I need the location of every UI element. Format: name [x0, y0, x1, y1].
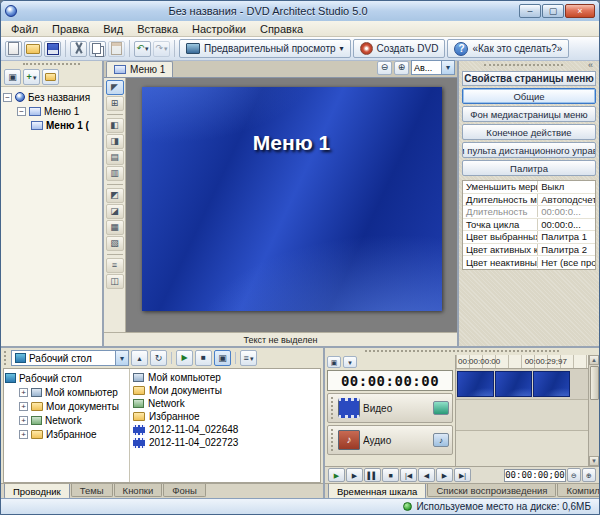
- folder-item-desktop[interactable]: Рабочий стол: [5, 371, 128, 385]
- property-value[interactable]: Нет (все проз...: [538, 257, 595, 268]
- property-row[interactable]: Точка цикла 00:00:0...: [463, 219, 595, 232]
- go-to-start-button[interactable]: |◀: [400, 468, 417, 482]
- property-row[interactable]: Длительность меню Автоподсчет: [463, 194, 595, 207]
- save-project-button[interactable]: [44, 41, 61, 57]
- property-row[interactable]: Цвет выбранных к... Палитра 1: [463, 231, 595, 244]
- expand-icon[interactable]: +: [19, 416, 28, 425]
- property-row[interactable]: Уменьшить мерцан... Выкл: [463, 181, 595, 194]
- folder-item-documents[interactable]: + Мои документы: [5, 399, 128, 413]
- play-button[interactable]: ▶: [346, 468, 363, 482]
- tab-timeline[interactable]: Временная шкала: [328, 484, 426, 499]
- video-clip-thumbnail[interactable]: [457, 371, 494, 397]
- tree-item-project[interactable]: − Без названия: [3, 90, 100, 104]
- refresh-button[interactable]: ↻: [150, 350, 167, 366]
- spacing-tool-button[interactable]: ≡: [106, 258, 124, 273]
- list-item[interactable]: 2012-11-04_022648: [131, 423, 319, 436]
- align-top-button[interactable]: ▤: [106, 150, 124, 165]
- align-left-button[interactable]: ◧: [106, 118, 124, 133]
- stop-button[interactable]: ■: [382, 468, 399, 482]
- next-frame-button[interactable]: ▶: [436, 468, 453, 482]
- start-preview-button[interactable]: ▶: [176, 350, 193, 366]
- panel-grip[interactable]: [484, 64, 563, 69]
- timeline-zoom-out-button[interactable]: ⊖: [567, 468, 581, 482]
- list-item[interactable]: Мой компьютер: [131, 371, 319, 384]
- redo-button[interactable]: ↷▾: [153, 41, 170, 57]
- expand-icon[interactable]: +: [19, 402, 28, 411]
- video-track-header[interactable]: Видео: [327, 393, 453, 423]
- expand-icon[interactable]: +: [19, 388, 28, 397]
- tab-explorer[interactable]: Проводник: [4, 484, 70, 499]
- maximize-button[interactable]: ▢: [542, 4, 564, 18]
- align-right-button[interactable]: ◨: [106, 134, 124, 149]
- list-item[interactable]: 2012-11-04_022723: [131, 436, 319, 449]
- property-row[interactable]: Цвет активных кн... Палитра 2: [463, 244, 595, 257]
- preview-button[interactable]: Предварительный просмотр ▾: [179, 39, 351, 58]
- property-value[interactable]: Палитра 1: [538, 231, 595, 242]
- scrollbar-thumb[interactable]: [590, 366, 599, 400]
- same-width-button[interactable]: ▦: [106, 220, 124, 235]
- chevron-down-icon[interactable]: ▾: [115, 351, 128, 365]
- video-clip-thumbnail[interactable]: [495, 371, 532, 397]
- how-to-button[interactable]: ? «Как это сделать?»: [447, 39, 569, 58]
- timeline-dock-button[interactable]: ▣: [327, 356, 341, 368]
- chevron-down-icon[interactable]: ▾: [441, 61, 454, 74]
- collapse-icon[interactable]: −: [17, 107, 26, 116]
- folder-item-computer[interactable]: + Мой компьютер: [5, 385, 128, 399]
- video-track-lane[interactable]: [456, 369, 588, 400]
- property-value[interactable]: 00:00:0...: [538, 206, 595, 217]
- property-value[interactable]: Автоподсчет: [538, 194, 595, 205]
- timeline-vertical-scrollbar[interactable]: ▲ ▼: [588, 355, 599, 466]
- audio-speaker-button[interactable]: ♪: [433, 433, 449, 447]
- dock-button[interactable]: ▣: [4, 69, 21, 85]
- align-bottom-button[interactable]: ▥: [106, 166, 124, 181]
- new-project-button[interactable]: [5, 41, 22, 57]
- property-row[interactable]: Длительность 00:00:0...: [463, 206, 595, 219]
- menu-canvas[interactable]: Меню 1: [142, 87, 442, 311]
- drag-handle[interactable]: [331, 429, 335, 451]
- scroll-up-icon[interactable]: ▲: [589, 355, 599, 365]
- views-button[interactable]: ≡▾: [240, 350, 257, 366]
- undo-button[interactable]: ↶▾: [134, 41, 151, 57]
- panel-grip[interactable]: [4, 351, 8, 365]
- timeline-options-button[interactable]: ▾: [343, 356, 357, 368]
- list-item[interactable]: Избранное: [131, 410, 319, 423]
- property-row[interactable]: Цвет неактивных ... Нет (все проз...: [463, 256, 595, 269]
- video-clip-thumbnail[interactable]: [533, 371, 570, 397]
- list-item[interactable]: Мои документы: [131, 384, 319, 397]
- scroll-down-icon[interactable]: ▼: [589, 456, 599, 466]
- property-value[interactable]: Палитра 2: [538, 244, 595, 255]
- audio-track-header[interactable]: ♪ Аудио ♪: [327, 425, 453, 455]
- drag-handle[interactable]: [331, 397, 335, 419]
- property-value[interactable]: Выкл: [538, 181, 595, 192]
- auto-preview-button[interactable]: ▣: [214, 350, 231, 366]
- center-vertical-button[interactable]: ◪: [106, 204, 124, 219]
- tab-menu1[interactable]: Меню 1: [106, 61, 173, 77]
- snap-tool-button[interactable]: ◫: [106, 274, 124, 289]
- previous-frame-button[interactable]: ◀: [418, 468, 435, 482]
- tree-item-menu1[interactable]: − Меню 1: [3, 104, 100, 118]
- selection-tool-button[interactable]: ◤: [106, 80, 124, 95]
- same-height-button[interactable]: ▧: [106, 236, 124, 251]
- make-dvd-button[interactable]: Создать DVD: [353, 39, 446, 58]
- go-to-end-button[interactable]: ▶|: [454, 468, 471, 482]
- tree-item-menu1-page[interactable]: Меню 1 (: [3, 118, 100, 132]
- title-bar[interactable]: Без названия - DVD Architect Studio 5.0 …: [1, 1, 599, 21]
- zoom-in-button[interactable]: ⊕: [394, 61, 409, 75]
- menu-edit[interactable]: Правка: [46, 22, 95, 36]
- tab-playlists[interactable]: Списки воспроизведения: [427, 484, 556, 497]
- list-item[interactable]: Network: [131, 397, 319, 410]
- menu-file[interactable]: Файл: [5, 22, 44, 36]
- folder-item-network[interactable]: + Network: [5, 413, 128, 427]
- menu-insert[interactable]: Вставка: [131, 22, 184, 36]
- menu-title-text[interactable]: Меню 1: [142, 131, 442, 155]
- play-from-start-button[interactable]: ▶: [328, 468, 345, 482]
- cut-button[interactable]: [70, 41, 87, 57]
- stop-preview-button[interactable]: ■: [195, 350, 212, 366]
- property-value[interactable]: 00:00:0...: [538, 219, 595, 230]
- audio-track-lane[interactable]: [456, 400, 588, 431]
- properties-tab-remote-buttons[interactable]: Кнопки пульта дистанционного управления: [462, 142, 596, 158]
- copy-button[interactable]: [89, 41, 106, 57]
- menu-view[interactable]: Вид: [97, 22, 129, 36]
- video-monitor-button[interactable]: [433, 401, 449, 415]
- properties-tab-background[interactable]: Фон медиастраницы меню: [462, 106, 596, 122]
